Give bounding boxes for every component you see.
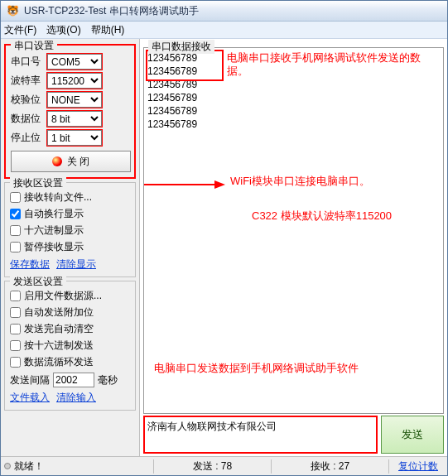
status-ready: 就绪！ xyxy=(1,459,153,474)
chk-pause-recv[interactable] xyxy=(10,242,21,252)
link-save-data[interactable]: 保存数据 xyxy=(10,257,50,272)
group-port-settings: 串口设置 串口号 COM5 波特率 115200 校验位 NONE 数据位 8 … xyxy=(4,44,136,179)
chk-auto-wrap[interactable] xyxy=(10,209,21,219)
svg-marker-1 xyxy=(214,180,225,189)
select-parity[interactable]: NONE xyxy=(47,92,102,108)
recv-lines: 123456789 123456789 123456789 123456789 … xyxy=(147,51,440,131)
group-port-title: 串口设置 xyxy=(11,39,57,53)
recv-line: 123456789 xyxy=(147,65,440,78)
arrow-icon xyxy=(143,172,227,197)
status-send-count: 发送 : 78 xyxy=(153,459,272,474)
label-baud: 波特率 xyxy=(11,74,44,88)
lbl-pause-recv: 暂停接收显示 xyxy=(24,240,84,254)
lbl-recv-to-file: 接收转向文件... xyxy=(24,190,92,204)
link-clear-display[interactable]: 清除显示 xyxy=(56,257,96,272)
lbl-send-interval: 发送间隔 xyxy=(10,373,50,387)
reset-count-link[interactable]: 复位计数 xyxy=(389,459,447,474)
annotation-send: 电脑串口发送数据到手机网络调试助手软件 xyxy=(154,361,359,376)
label-parity: 校验位 xyxy=(11,93,44,107)
lbl-auto-wrap: 自动换行显示 xyxy=(24,207,84,221)
send-input-text: 济南有人物联网技术有限公司 xyxy=(147,421,277,432)
send-input[interactable]: 济南有人物联网技术有限公司 xyxy=(143,416,378,454)
close-port-label: 关 闭 xyxy=(67,155,89,169)
menu-options[interactable]: 选项(O) xyxy=(46,23,80,37)
app-window: 🐯 USR-TCP232-Test 串口转网络调试助手 文件(F) 选项(O) … xyxy=(0,0,448,476)
recv-area-title: 串口数据接收 xyxy=(148,40,214,54)
recv-line: 123456789 xyxy=(147,104,440,118)
group-recv-settings: 接收区设置 接收转向文件... 自动换行显示 十六进制显示 暂停接收显示 保存数… xyxy=(4,182,136,277)
chk-hex-display[interactable] xyxy=(10,225,21,236)
menu-file[interactable]: 文件(F) xyxy=(4,23,36,37)
label-port: 串口号 xyxy=(11,55,44,69)
send-area: 济南有人物联网技术有限公司 发送 xyxy=(143,416,444,454)
send-button[interactable]: 发送 xyxy=(381,416,444,454)
recv-textarea[interactable]: 123456789 123456789 123456789 123456789 … xyxy=(143,47,444,414)
select-databits[interactable]: 8 bit xyxy=(47,111,102,127)
lbl-auto-clear: 发送完自动清空 xyxy=(24,322,94,336)
link-load-file[interactable]: 文件载入 xyxy=(10,391,50,405)
lbl-hex-display: 十六进制显示 xyxy=(24,224,84,238)
lbl-auto-append: 自动发送附加位 xyxy=(24,305,94,320)
window-title: USR-TCP232-Test 串口转网络调试助手 xyxy=(24,4,199,18)
annotation-wifi: WiFi模块串口连接电脑串口。 xyxy=(230,174,370,189)
select-stopbits[interactable]: 1 bit xyxy=(47,130,102,146)
group-recv-title: 接收区设置 xyxy=(10,176,66,190)
grip-icon xyxy=(4,463,11,469)
select-baud[interactable]: 115200 xyxy=(47,73,102,89)
menubar: 文件(F) 选项(O) 帮助(H) xyxy=(1,22,447,39)
chk-auto-append[interactable] xyxy=(10,307,21,318)
link-clear-input[interactable]: 清除输入 xyxy=(56,391,96,405)
group-send-settings: 发送区设置 启用文件数据源... 自动发送附加位 发送完自动清空 按十六进制发送… xyxy=(4,281,136,411)
app-icon: 🐯 xyxy=(6,4,19,17)
statusbar: 就绪！ 发送 : 78 接收 : 27 复位计数 xyxy=(1,456,447,475)
body: 串口设置 串口号 COM5 波特率 115200 校验位 NONE 数据位 8 … xyxy=(1,39,447,456)
titlebar: 🐯 USR-TCP232-Test 串口转网络调试助手 xyxy=(1,1,447,22)
select-port[interactable]: COM5 xyxy=(47,54,102,70)
lbl-ms: 毫秒 xyxy=(98,373,118,387)
right-panel: 串口数据接收 123456789 123456789 123456789 123… xyxy=(140,39,447,456)
chk-recv-to-file[interactable] xyxy=(10,192,21,203)
status-ready-text: 就绪！ xyxy=(14,459,44,474)
label-stopbits: 停止位 xyxy=(11,131,44,145)
lbl-file-source: 启用文件数据源... xyxy=(24,289,102,303)
chk-loop-send[interactable] xyxy=(10,357,21,368)
chk-hex-send[interactable] xyxy=(10,340,21,351)
lbl-loop-send: 数据流循环发送 xyxy=(24,355,94,369)
annotation-baud: C322 模块默认波特率115200 xyxy=(252,209,392,224)
group-send-title: 发送区设置 xyxy=(10,275,66,289)
label-databits: 数据位 xyxy=(11,112,44,126)
recv-line: 123456789 xyxy=(147,91,440,104)
recv-line: 123456789 xyxy=(147,118,440,131)
chk-auto-clear[interactable] xyxy=(10,324,21,334)
left-panel: 串口设置 串口号 COM5 波特率 115200 校验位 NONE 数据位 8 … xyxy=(1,39,140,456)
close-port-button[interactable]: 关 闭 xyxy=(11,151,131,172)
status-recv-count: 接收 : 27 xyxy=(272,459,389,474)
lbl-hex-send: 按十六进制发送 xyxy=(24,339,94,353)
send-button-label: 发送 xyxy=(402,427,423,442)
chk-file-source[interactable] xyxy=(10,291,21,301)
recv-line: 123456789 xyxy=(147,78,440,91)
menu-help[interactable]: 帮助(H) xyxy=(91,23,125,37)
input-send-interval[interactable] xyxy=(53,373,94,387)
led-icon xyxy=(52,156,62,166)
